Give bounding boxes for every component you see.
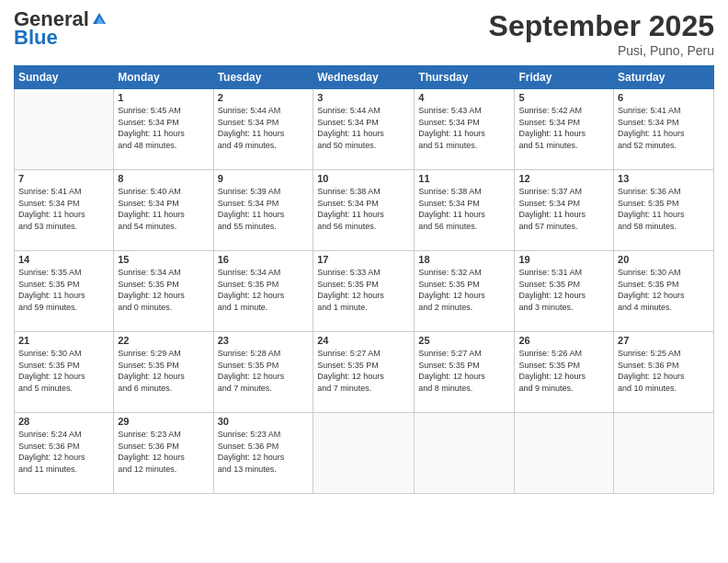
day-number: 10 bbox=[317, 173, 410, 184]
day-number: 21 bbox=[18, 335, 109, 346]
day-number: 7 bbox=[18, 173, 109, 184]
day-number: 24 bbox=[317, 335, 410, 346]
day-number: 16 bbox=[218, 254, 310, 265]
calendar-cell: 8Sunrise: 5:40 AM Sunset: 5:34 PM Daylig… bbox=[114, 170, 213, 251]
calendar-cell: 18Sunrise: 5:32 AM Sunset: 5:35 PM Dayli… bbox=[415, 251, 515, 332]
weekday-header-row: Sunday Monday Tuesday Wednesday Thursday… bbox=[15, 66, 714, 89]
logo-icon bbox=[91, 11, 108, 26]
day-info: Sunrise: 5:29 AM Sunset: 5:35 PM Dayligh… bbox=[118, 348, 209, 394]
day-info: Sunrise: 5:41 AM Sunset: 5:34 PM Dayligh… bbox=[18, 186, 109, 232]
calendar-cell: 30Sunrise: 5:23 AM Sunset: 5:36 PM Dayli… bbox=[213, 413, 313, 494]
day-info: Sunrise: 5:30 AM Sunset: 5:35 PM Dayligh… bbox=[18, 348, 109, 394]
calendar-cell: 13Sunrise: 5:36 AM Sunset: 5:35 PM Dayli… bbox=[614, 170, 714, 251]
day-info: Sunrise: 5:37 AM Sunset: 5:34 PM Dayligh… bbox=[518, 186, 609, 232]
day-number: 15 bbox=[118, 254, 209, 265]
day-info: Sunrise: 5:34 AM Sunset: 5:35 PM Dayligh… bbox=[118, 267, 209, 313]
day-number: 8 bbox=[118, 173, 209, 184]
logo: General Blue bbox=[14, 9, 108, 48]
calendar-cell: 24Sunrise: 5:27 AM Sunset: 5:35 PM Dayli… bbox=[313, 332, 415, 413]
calendar-cell: 27Sunrise: 5:25 AM Sunset: 5:36 PM Dayli… bbox=[614, 332, 714, 413]
calendar-week-row: 1Sunrise: 5:45 AM Sunset: 5:34 PM Daylig… bbox=[15, 89, 714, 170]
title-block: September 2025 Pusi, Puno, Peru bbox=[489, 9, 714, 58]
day-number: 23 bbox=[218, 335, 310, 346]
calendar-cell: 2Sunrise: 5:44 AM Sunset: 5:34 PM Daylig… bbox=[213, 89, 313, 170]
calendar-cell bbox=[15, 89, 114, 170]
calendar-cell: 7Sunrise: 5:41 AM Sunset: 5:34 PM Daylig… bbox=[15, 170, 114, 251]
calendar-cell bbox=[415, 413, 515, 494]
calendar-cell bbox=[614, 413, 714, 494]
day-number: 12 bbox=[518, 173, 609, 184]
day-info: Sunrise: 5:26 AM Sunset: 5:35 PM Dayligh… bbox=[518, 348, 609, 394]
day-info: Sunrise: 5:43 AM Sunset: 5:34 PM Dayligh… bbox=[418, 105, 510, 151]
calendar-cell: 10Sunrise: 5:38 AM Sunset: 5:34 PM Dayli… bbox=[313, 170, 415, 251]
calendar-cell bbox=[313, 413, 415, 494]
calendar-cell: 17Sunrise: 5:33 AM Sunset: 5:35 PM Dayli… bbox=[313, 251, 415, 332]
calendar-cell: 11Sunrise: 5:38 AM Sunset: 5:34 PM Dayli… bbox=[415, 170, 515, 251]
day-info: Sunrise: 5:24 AM Sunset: 5:36 PM Dayligh… bbox=[18, 429, 109, 475]
calendar-cell: 19Sunrise: 5:31 AM Sunset: 5:35 PM Dayli… bbox=[515, 251, 614, 332]
calendar-week-row: 28Sunrise: 5:24 AM Sunset: 5:36 PM Dayli… bbox=[15, 413, 714, 494]
calendar-cell: 15Sunrise: 5:34 AM Sunset: 5:35 PM Dayli… bbox=[114, 251, 213, 332]
header-tuesday: Tuesday bbox=[213, 66, 313, 89]
day-info: Sunrise: 5:38 AM Sunset: 5:34 PM Dayligh… bbox=[418, 186, 510, 232]
day-info: Sunrise: 5:41 AM Sunset: 5:34 PM Dayligh… bbox=[618, 105, 710, 151]
day-info: Sunrise: 5:34 AM Sunset: 5:35 PM Dayligh… bbox=[218, 267, 310, 313]
calendar-cell: 28Sunrise: 5:24 AM Sunset: 5:36 PM Dayli… bbox=[15, 413, 114, 494]
day-info: Sunrise: 5:27 AM Sunset: 5:35 PM Dayligh… bbox=[317, 348, 410, 394]
day-number: 26 bbox=[518, 335, 609, 346]
header-saturday: Saturday bbox=[614, 66, 714, 89]
header-thursday: Thursday bbox=[415, 66, 515, 89]
calendar-cell: 3Sunrise: 5:44 AM Sunset: 5:34 PM Daylig… bbox=[313, 89, 415, 170]
calendar-cell: 23Sunrise: 5:28 AM Sunset: 5:35 PM Dayli… bbox=[213, 332, 313, 413]
month-title: September 2025 bbox=[489, 9, 714, 43]
day-info: Sunrise: 5:27 AM Sunset: 5:35 PM Dayligh… bbox=[418, 348, 510, 394]
calendar-week-row: 7Sunrise: 5:41 AM Sunset: 5:34 PM Daylig… bbox=[15, 170, 714, 251]
day-info: Sunrise: 5:36 AM Sunset: 5:35 PM Dayligh… bbox=[618, 186, 710, 232]
calendar-cell: 25Sunrise: 5:27 AM Sunset: 5:35 PM Dayli… bbox=[415, 332, 515, 413]
header-wednesday: Wednesday bbox=[313, 66, 415, 89]
day-info: Sunrise: 5:42 AM Sunset: 5:34 PM Dayligh… bbox=[518, 105, 609, 151]
day-number: 4 bbox=[418, 92, 510, 103]
calendar-table: Sunday Monday Tuesday Wednesday Thursday… bbox=[14, 65, 714, 494]
day-info: Sunrise: 5:35 AM Sunset: 5:35 PM Dayligh… bbox=[18, 267, 109, 313]
day-info: Sunrise: 5:30 AM Sunset: 5:35 PM Dayligh… bbox=[618, 267, 710, 313]
header-friday: Friday bbox=[515, 66, 614, 89]
day-number: 14 bbox=[18, 254, 109, 265]
day-info: Sunrise: 5:25 AM Sunset: 5:36 PM Dayligh… bbox=[618, 348, 710, 394]
day-number: 2 bbox=[218, 92, 310, 103]
day-number: 22 bbox=[118, 335, 209, 346]
day-number: 3 bbox=[317, 92, 410, 103]
day-info: Sunrise: 5:33 AM Sunset: 5:35 PM Dayligh… bbox=[317, 267, 410, 313]
day-number: 27 bbox=[618, 335, 710, 346]
calendar-cell: 21Sunrise: 5:30 AM Sunset: 5:35 PM Dayli… bbox=[15, 332, 114, 413]
day-info: Sunrise: 5:45 AM Sunset: 5:34 PM Dayligh… bbox=[118, 105, 209, 151]
calendar-cell: 4Sunrise: 5:43 AM Sunset: 5:34 PM Daylig… bbox=[415, 89, 515, 170]
day-info: Sunrise: 5:23 AM Sunset: 5:36 PM Dayligh… bbox=[118, 429, 209, 475]
header: General Blue September 2025 Pusi, Puno, … bbox=[14, 9, 714, 58]
day-info: Sunrise: 5:40 AM Sunset: 5:34 PM Dayligh… bbox=[118, 186, 209, 232]
day-info: Sunrise: 5:44 AM Sunset: 5:34 PM Dayligh… bbox=[317, 105, 410, 151]
day-number: 6 bbox=[618, 92, 710, 103]
calendar-cell: 9Sunrise: 5:39 AM Sunset: 5:34 PM Daylig… bbox=[213, 170, 313, 251]
day-number: 18 bbox=[418, 254, 510, 265]
day-info: Sunrise: 5:31 AM Sunset: 5:35 PM Dayligh… bbox=[518, 267, 609, 313]
page: General Blue September 2025 Pusi, Puno, … bbox=[0, 0, 728, 563]
day-number: 13 bbox=[618, 173, 710, 184]
day-number: 5 bbox=[518, 92, 609, 103]
calendar-cell: 6Sunrise: 5:41 AM Sunset: 5:34 PM Daylig… bbox=[614, 89, 714, 170]
calendar-cell: 12Sunrise: 5:37 AM Sunset: 5:34 PM Dayli… bbox=[515, 170, 614, 251]
calendar-cell bbox=[515, 413, 614, 494]
calendar-cell: 29Sunrise: 5:23 AM Sunset: 5:36 PM Dayli… bbox=[114, 413, 213, 494]
day-info: Sunrise: 5:38 AM Sunset: 5:34 PM Dayligh… bbox=[317, 186, 410, 232]
day-number: 9 bbox=[218, 173, 310, 184]
day-info: Sunrise: 5:44 AM Sunset: 5:34 PM Dayligh… bbox=[218, 105, 310, 151]
calendar-cell: 16Sunrise: 5:34 AM Sunset: 5:35 PM Dayli… bbox=[213, 251, 313, 332]
day-number: 29 bbox=[118, 416, 209, 427]
day-number: 17 bbox=[317, 254, 410, 265]
day-number: 19 bbox=[518, 254, 609, 265]
calendar-cell: 1Sunrise: 5:45 AM Sunset: 5:34 PM Daylig… bbox=[114, 89, 213, 170]
day-info: Sunrise: 5:23 AM Sunset: 5:36 PM Dayligh… bbox=[218, 429, 310, 475]
calendar-cell: 22Sunrise: 5:29 AM Sunset: 5:35 PM Dayli… bbox=[114, 332, 213, 413]
day-number: 11 bbox=[418, 173, 510, 184]
logo-blue: Blue bbox=[14, 28, 58, 48]
